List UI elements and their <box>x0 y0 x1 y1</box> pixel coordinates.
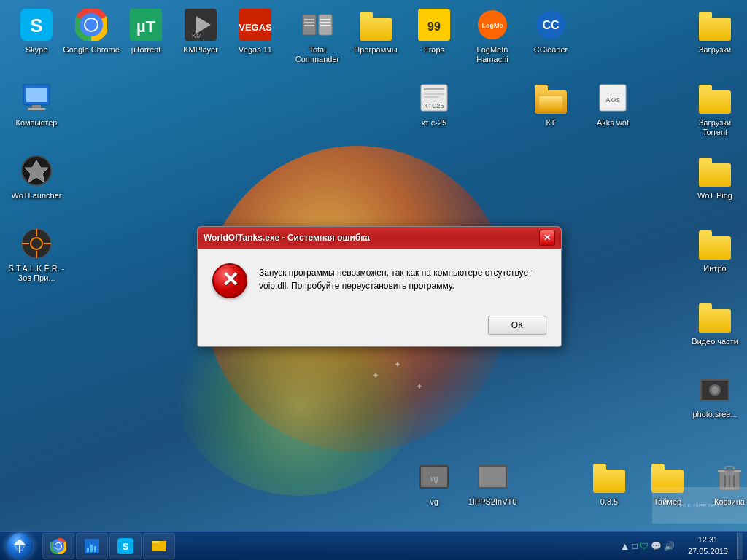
start-button[interactable] <box>0 532 39 561</box>
dialog-close-button[interactable]: ✕ <box>539 230 555 246</box>
svg-rect-71 <box>152 541 159 543</box>
tray-network-icon[interactable]: □ <box>632 541 638 551</box>
tray-chat-icon[interactable]: 💬 <box>651 541 662 551</box>
taskbar-skype[interactable]: S <box>109 533 142 559</box>
tray-security-icon[interactable]: 🛡 <box>640 541 649 551</box>
taskbar-right: ▲ □ 🛡 💬 🔊 12:31 27.05.2013 <box>616 533 747 559</box>
dialog-title: WorldOfTanks.exe - Системная ошибка <box>204 233 539 243</box>
dialog-message: Запуск программы невозможен, так как на … <box>259 263 546 292</box>
dialog-footer: ОК <box>198 310 561 346</box>
taskbar: S ▲ □ 🛡 💬 🔊 12:31 27.05.2013 <box>0 531 747 560</box>
taskbar-explorer[interactable] <box>143 533 175 559</box>
taskbar-apps: S <box>42 532 175 561</box>
error-dialog: WorldOfTanks.exe - Системная ошибка ✕ ✕ … <box>197 226 562 347</box>
dialog-titlebar: WorldOfTanks.exe - Системная ошибка ✕ <box>198 227 561 249</box>
svg-text:S: S <box>123 541 129 552</box>
start-orb <box>7 533 33 559</box>
clock-time: 12:31 <box>698 534 719 545</box>
clock[interactable]: 12:31 27.05.2013 <box>682 533 734 559</box>
error-icon: ✕ <box>212 263 247 298</box>
taskbar-task-manager[interactable] <box>76 533 108 559</box>
tray-expand-icon[interactable]: ▲ <box>620 540 630 552</box>
error-circle: ✕ <box>212 263 247 298</box>
tray-volume-icon[interactable]: 🔊 <box>664 541 675 551</box>
dialog-overlay: WorldOfTanks.exe - Системная ошибка ✕ ✕ … <box>0 0 747 531</box>
dialog-body: ✕ Запуск программы невозможен, так как н… <box>198 249 561 310</box>
dialog-ok-button[interactable]: ОК <box>488 316 546 335</box>
svg-rect-66 <box>90 545 93 552</box>
error-x-symbol: ✕ <box>222 270 239 290</box>
show-desktop-button[interactable] <box>737 533 743 559</box>
sys-tray: ▲ □ 🛡 💬 🔊 <box>616 533 679 559</box>
svg-rect-67 <box>94 546 96 552</box>
taskbar-chrome[interactable] <box>42 533 74 559</box>
clock-date: 27.05.2013 <box>688 546 728 557</box>
svg-point-63 <box>55 543 61 549</box>
svg-rect-65 <box>87 548 89 552</box>
desktop: S Skype Google Chrome <box>0 0 747 560</box>
